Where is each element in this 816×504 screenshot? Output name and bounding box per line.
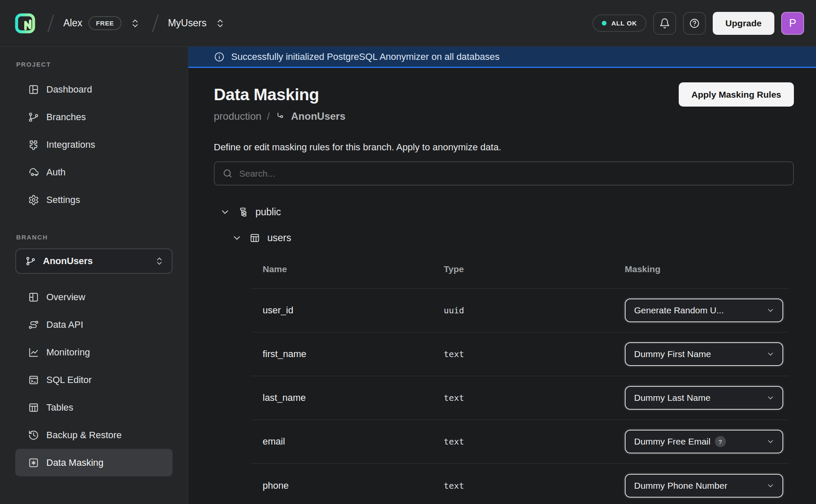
- schema-tree: public users Name Type Masking: [214, 200, 794, 504]
- search-box: [214, 161, 794, 186]
- terminal-window-icon: [28, 374, 39, 386]
- project-switcher[interactable]: MyUsers: [168, 16, 228, 31]
- table-name: users: [267, 232, 291, 244]
- masking-rule-select[interactable]: Dummy Last Name: [625, 386, 783, 410]
- breadcrumb-current-branch: AnonUsers: [291, 110, 346, 122]
- sidebar-item-branches[interactable]: Branches: [15, 103, 173, 131]
- sidebar-item-tables[interactable]: Tables: [15, 394, 173, 421]
- column-name: email: [263, 436, 444, 447]
- project-name: MyUsers: [168, 17, 207, 29]
- line-chart-icon: [28, 347, 39, 358]
- column-name: first_name: [263, 349, 444, 360]
- masking-rule-value: Generate Random U...: [634, 305, 724, 315]
- main-content: Successfully initialized PostgreSQL Anon…: [188, 47, 816, 504]
- sidebar-item-sql-editor[interactable]: SQL Editor: [15, 366, 173, 394]
- project-section-label: PROJECT: [15, 60, 173, 69]
- chevron-down-icon: [232, 233, 242, 243]
- search-input[interactable]: [239, 169, 785, 179]
- table-row: phone text Dummy Phone Number: [251, 464, 789, 504]
- apply-masking-rules-button[interactable]: Apply Masking Rules: [679, 82, 794, 107]
- topbar: Alex FREE MyUsers ALL OK: [0, 0, 816, 47]
- status-pill[interactable]: ALL OK: [592, 14, 646, 32]
- help-badge[interactable]: ?: [715, 436, 726, 447]
- table-row: email text Dummy Free Email ?: [251, 420, 789, 464]
- bell-icon: [659, 18, 670, 29]
- sidebar-item-overview[interactable]: Overview: [15, 283, 173, 311]
- breadcrumb: production / AnonUsers: [214, 110, 794, 122]
- masking-rule-select[interactable]: Generate Random U...: [625, 298, 783, 322]
- help-button[interactable]: [683, 12, 706, 35]
- help-circle-icon: [689, 18, 700, 29]
- org-name: Alex: [63, 17, 82, 29]
- org-switcher-button[interactable]: [128, 16, 143, 31]
- search-icon: [222, 168, 233, 179]
- chevrons-up-down-icon: [130, 18, 140, 28]
- sidebar-item-label: Integrations: [46, 139, 95, 150]
- masking-rule-value: Dummy Last Name: [634, 393, 711, 403]
- masking-rule-select[interactable]: Dummy Phone Number: [625, 474, 783, 498]
- status-dot-icon: [602, 21, 606, 25]
- column-type: text: [444, 393, 625, 403]
- schema-name: public: [255, 206, 281, 218]
- column-type: text: [444, 436, 625, 447]
- sidebar-item-settings[interactable]: Settings: [15, 186, 173, 214]
- topbar-separator: [152, 14, 159, 32]
- cloud-key-icon: [28, 167, 39, 178]
- column-name: user_id: [263, 305, 444, 316]
- sidebar-item-data-api[interactable]: Data API: [15, 311, 173, 338]
- avatar[interactable]: P: [781, 12, 804, 35]
- tree-node-schema[interactable]: public: [214, 200, 794, 224]
- chevron-down-icon: [766, 394, 775, 402]
- notifications-button[interactable]: [653, 12, 676, 35]
- sidebar-item-label: SQL Editor: [46, 374, 92, 386]
- column-name: phone: [263, 480, 444, 491]
- masking-rule-value: Dummy First Name: [634, 349, 711, 359]
- success-banner: Successfully initialized PostgreSQL Anon…: [188, 47, 816, 68]
- neon-logo-icon: [13, 11, 37, 35]
- history-icon: [28, 430, 39, 441]
- sidebar-item-label: Data API: [46, 319, 83, 330]
- sidebar-item-dashboard[interactable]: Dashboard: [15, 76, 173, 103]
- gear-icon: [28, 194, 39, 206]
- sidebar-item-backup-restore[interactable]: Backup & Restore: [15, 421, 173, 449]
- puzzle-icon: [28, 139, 39, 150]
- sidebar-item-label: Settings: [46, 194, 80, 206]
- sidebar-item-label: Overview: [46, 292, 85, 303]
- org-switcher[interactable]: Alex FREE: [63, 16, 143, 31]
- table-row: last_name text Dummy Last Name: [251, 376, 789, 420]
- masking-table: Name Type Masking user_id uuid Generate …: [251, 250, 789, 504]
- branch-selector[interactable]: AnonUsers: [15, 248, 173, 274]
- branch-section-label: BRANCH: [15, 233, 173, 242]
- schema-icon: [238, 207, 248, 217]
- masking-rule-value: Dummy Free Email: [634, 436, 711, 447]
- chevron-down-icon: [766, 481, 775, 490]
- sidebar-item-label: Tables: [46, 402, 74, 413]
- masking-rule-select[interactable]: Dummy Free Email ?: [625, 430, 783, 453]
- breadcrumb-parent-branch[interactable]: production: [214, 110, 261, 122]
- sidebar-item-auth[interactable]: Auth: [15, 158, 173, 186]
- chevron-down-icon: [766, 306, 775, 315]
- chevron-down-icon: [766, 350, 775, 358]
- masking-rule-value: Dummy Phone Number: [634, 481, 727, 491]
- sidebar-item-label: Auth: [46, 167, 65, 178]
- upgrade-button[interactable]: Upgrade: [713, 12, 774, 35]
- dashboard-icon: [28, 84, 39, 95]
- overview-icon: [28, 292, 39, 303]
- column-header-type: Type: [444, 264, 625, 274]
- sidebar-item-data-masking[interactable]: Data Masking: [15, 449, 173, 476]
- table-row: first_name text Dummy First Name: [251, 332, 789, 376]
- git-branch-icon: [26, 256, 36, 266]
- column-header-name: Name: [263, 264, 444, 274]
- neon-logo[interactable]: [12, 10, 38, 37]
- chevron-down-icon: [766, 437, 775, 446]
- column-type: uuid: [444, 305, 625, 315]
- sidebar-item-label: Branches: [46, 112, 86, 123]
- table-icon: [249, 233, 260, 243]
- sidebar-item-integrations[interactable]: Integrations: [15, 131, 173, 158]
- column-type: text: [444, 349, 625, 359]
- tree-node-table[interactable]: users: [214, 226, 794, 250]
- sidebar-item-monitoring[interactable]: Monitoring: [15, 338, 173, 366]
- masking-rule-select[interactable]: Dummy First Name: [625, 342, 783, 366]
- chevrons-up-down-icon: [215, 18, 225, 28]
- project-switcher-button[interactable]: [212, 16, 228, 31]
